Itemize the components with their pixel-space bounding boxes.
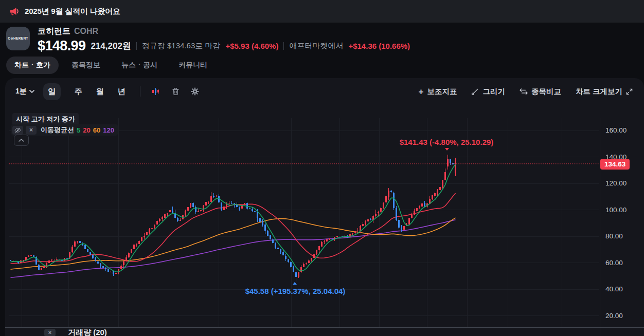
y-axis-tick: 100.00 [605, 206, 627, 214]
eye-slash-icon [14, 127, 21, 133]
ma60-line [11, 218, 456, 269]
y-axis-tick: 160.00 [605, 126, 627, 134]
ma-period-20: 20 [83, 126, 90, 134]
period-low-annotation: $45.58 (+195.37%, 25.04.04) [245, 287, 346, 295]
collapse-legend-button[interactable] [14, 135, 29, 146]
high-marker-icon [445, 148, 449, 151]
toggle-ma-visibility-button[interactable] [12, 126, 23, 135]
close-icon: × [48, 329, 51, 335]
app-screen: 2025년 9월 실적이 나왔어요 C⊕HERENT 코히런트 COHR $14… [0, 0, 644, 336]
y-axis-tick: 120.00 [605, 179, 627, 187]
ma20-line [11, 193, 456, 264]
ma-period-60: 60 [93, 126, 100, 134]
ma-period-5: 5 [77, 126, 80, 134]
low-marker-icon [293, 282, 297, 285]
close-icon: × [29, 126, 33, 134]
last-price-badge: 134.63 [600, 159, 630, 170]
price-chart-canvas[interactable]: 160.00140.00120.00100.0080.0060.0040.002… [0, 0, 644, 336]
y-axis-tick: 40.00 [605, 285, 623, 293]
remove-ma-button[interactable]: × [26, 126, 37, 135]
ma5-line [11, 164, 456, 272]
ma-period-120: 120 [103, 126, 114, 134]
volume-pane-label: 거래량 (20) [68, 328, 107, 336]
y-axis-tick: 60.00 [605, 259, 623, 267]
ma-legend-label: 이동평균선 [41, 125, 74, 135]
remove-volume-button[interactable]: × [44, 329, 56, 336]
chevron-up-icon [19, 139, 24, 142]
y-axis-tick: 20.00 [605, 312, 623, 320]
moving-average-legend: × 이동평균선 5 20 60 120 [11, 124, 118, 136]
y-axis-tick: 80.00 [605, 232, 623, 240]
period-high-annotation: $141.43 (-4.80%, 25.10.29) [400, 138, 494, 146]
